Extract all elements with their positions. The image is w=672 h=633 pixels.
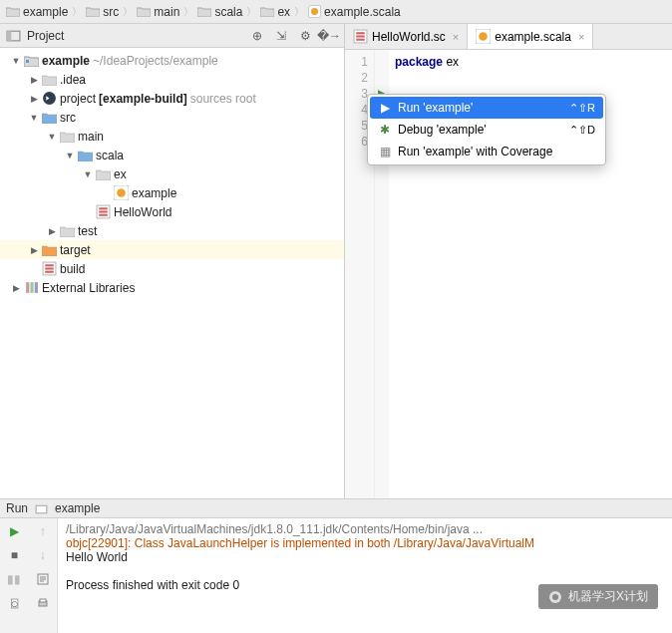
svg-rect-12 [45, 267, 54, 269]
folder-icon [6, 6, 20, 17]
tree-row[interactable]: ▼example ~/IdeaProjects/example [0, 51, 344, 70]
tree-row[interactable]: build [0, 259, 344, 278]
rerun-button[interactable]: ▶ [5, 522, 23, 540]
breadcrumb-item[interactable]: example.scala [308, 5, 401, 19]
run-config-name: example [55, 501, 100, 515]
folder-icon [86, 6, 100, 17]
folder-icon [260, 6, 274, 17]
console-output[interactable]: /Library/Java/JavaVirtualMachines/jdk1.8… [58, 518, 672, 633]
svg-rect-2 [26, 60, 29, 63]
tree-expand-arrow[interactable]: ▼ [83, 169, 93, 179]
watermark: 机器学习X计划 [538, 584, 658, 609]
folder-gray-icon [42, 73, 57, 87]
breadcrumb-item[interactable]: ex [260, 5, 290, 19]
run-icon: ▶ [378, 101, 392, 115]
tree-row[interactable]: ▼src [0, 108, 344, 127]
editor-tabs: HelloWorld.sc×example.scala× [345, 24, 672, 50]
tree-expand-arrow[interactable]: ▼ [11, 56, 21, 66]
run-context-menu: ▶Run 'example'⌃⇧R✱Debug 'example'⌃⇧D▦Run… [367, 94, 606, 165]
folder-gray-icon [60, 224, 75, 238]
editor-tab[interactable]: HelloWorld.sc× [345, 24, 468, 49]
up-trace-button[interactable]: ↑ [34, 522, 52, 540]
debug-icon: ✱ [378, 123, 392, 137]
stop-button[interactable]: ■ [5, 546, 23, 564]
scala-ws-icon [353, 30, 368, 44]
svg-rect-18 [356, 32, 365, 34]
tree-expand-arrow[interactable]: ▼ [29, 113, 39, 123]
coverage-icon: ▦ [378, 145, 392, 158]
gear-icon[interactable]: ⚙ [296, 27, 314, 45]
folder-gray-icon [60, 130, 75, 144]
tree-row[interactable]: ▼ex [0, 164, 344, 183]
svg-rect-19 [356, 35, 365, 37]
tree-expand-arrow[interactable]: ▶ [11, 283, 21, 293]
svg-rect-9 [99, 214, 108, 216]
project-tool-title: Project [27, 29, 64, 43]
menu-item-run[interactable]: ▶Run 'example'⌃⇧R [370, 97, 603, 119]
svg-point-22 [479, 32, 488, 41]
project-tree[interactable]: ▼example ~/IdeaProjects/example▶.idea▶pr… [0, 48, 344, 498]
svg-rect-15 [30, 282, 33, 293]
breadcrumb-item[interactable]: src [86, 5, 119, 19]
tree-expand-arrow[interactable]: ▶ [29, 245, 39, 255]
menu-item-coverage[interactable]: ▦Run 'example' with Coverage [370, 141, 603, 162]
breadcrumb-item[interactable]: scala [197, 5, 242, 19]
sbt-icon [42, 92, 57, 106]
code-editor[interactable]: 123456 ▶▶ package exobject example exten… [345, 50, 672, 498]
pause-button[interactable]: ▮▮ [5, 570, 23, 588]
svg-rect-1 [7, 31, 11, 41]
project-icon [24, 54, 39, 68]
tree-expand-arrow[interactable]: ▶ [47, 226, 57, 236]
project-tool-header: Project ⊕ ⇲ ⚙ �→ [0, 24, 344, 48]
scala-ws-icon [96, 205, 111, 219]
svg-rect-7 [99, 207, 108, 209]
tree-row[interactable]: ▼main [0, 127, 344, 146]
tree-row[interactable]: ▶test [0, 221, 344, 240]
scala-file-icon [308, 5, 321, 18]
hide-icon[interactable]: �→ [320, 27, 338, 45]
tree-expand-arrow[interactable]: ▼ [47, 132, 57, 142]
scala-obj-icon [476, 30, 491, 44]
tree-row[interactable]: ▶target [0, 240, 344, 259]
tree-row[interactable]: ▶External Libraries [0, 278, 344, 297]
menu-item-debug[interactable]: ✱Debug 'example'⌃⇧D [370, 119, 603, 141]
editor-pane: HelloWorld.sc×example.scala× 123456 ▶▶ p… [345, 24, 672, 498]
tree-row[interactable]: HelloWorld [0, 202, 344, 221]
expand-all-icon[interactable]: ⇲ [272, 27, 290, 45]
close-tab-icon[interactable]: × [575, 31, 584, 43]
breadcrumb-item[interactable]: example [6, 5, 68, 19]
wrap-button[interactable] [34, 570, 52, 588]
print-button[interactable] [34, 594, 52, 612]
folder-icon [137, 6, 151, 17]
tree-expand-arrow[interactable]: ▼ [65, 151, 75, 160]
locate-icon[interactable]: ⊕ [248, 27, 266, 45]
tree-row[interactable]: ▶project [example-build] sources root [0, 89, 344, 108]
folder-blue-icon [78, 149, 93, 162]
down-trace-button[interactable]: ↓ [34, 546, 52, 564]
svg-rect-23 [36, 505, 47, 513]
libs-icon [24, 281, 39, 295]
folder-gray-icon [96, 167, 111, 181]
tree-row[interactable]: example [0, 183, 344, 202]
project-tool-window: Project ⊕ ⇲ ⚙ �→ ▼example ~/IdeaProjects… [0, 24, 345, 498]
tree-row[interactable]: ▼scala [0, 146, 344, 164]
editor-tab[interactable]: example.scala× [468, 24, 593, 49]
svg-point-28 [552, 594, 558, 600]
svg-rect-16 [35, 282, 38, 293]
folder-icon [197, 6, 211, 17]
tree-row[interactable]: ▶.idea [0, 70, 344, 89]
close-tab-icon[interactable]: × [450, 31, 459, 43]
console-toolbar: ▶ ■ ▮▮ ⌼ ↑ ↓ [0, 518, 58, 633]
run-config-icon [34, 501, 49, 515]
tree-expand-arrow[interactable]: ▶ [29, 75, 39, 85]
svg-rect-8 [99, 210, 108, 212]
dump-button[interactable]: ⌼ [5, 594, 23, 612]
tree-expand-arrow[interactable]: ▶ [29, 94, 39, 104]
folder-orange-icon [42, 243, 57, 257]
project-tool-icon [6, 29, 21, 43]
svg-rect-20 [356, 39, 365, 41]
scala-ws-icon [42, 262, 57, 276]
svg-rect-26 [40, 599, 46, 602]
run-tool-title: Run [6, 501, 28, 515]
breadcrumb-item[interactable]: main [137, 5, 179, 19]
